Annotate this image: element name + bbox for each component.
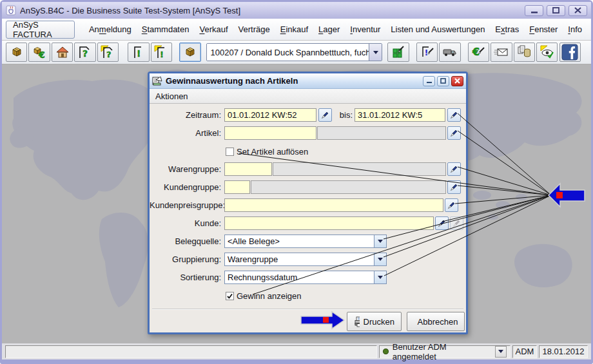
gewinn-checkbox[interactable]: [226, 292, 234, 300]
cube-active-icon: [182, 44, 198, 60]
svg-text:!: !: [160, 50, 164, 59]
new-article-button[interactable]: [387, 43, 409, 62]
zeitraum-label: Zeitraum:: [150, 108, 221, 122]
menu-item-einkauf[interactable]: Einkauf: [275, 21, 313, 38]
menu-item-inventur[interactable]: Inventur: [345, 21, 385, 38]
copy-database-icon: [516, 44, 532, 60]
current-article-button[interactable]: [179, 43, 200, 62]
chevron-down-icon: [373, 51, 378, 54]
invoice-button[interactable]: €: [468, 43, 489, 62]
menu-item-fenster[interactable]: Fenster: [524, 21, 563, 38]
minimize-button[interactable]: [525, 5, 543, 16]
menu-item-extras[interactable]: Extras: [490, 21, 524, 38]
euro-edit-icon: €: [471, 44, 486, 60]
belegquelle-dropdown-arrow[interactable]: [374, 235, 386, 247]
kundenpreisgruppe-input[interactable]: [224, 198, 443, 212]
drucken-button[interactable]: Drucken: [347, 312, 402, 331]
app-module-label: AnSyS FACTURA: [9, 21, 75, 39]
artikel-label: Artikel:: [150, 126, 221, 140]
menu-item-info[interactable]: Info: [563, 21, 587, 38]
articles-button[interactable]: [6, 43, 27, 62]
home-button[interactable]: [52, 43, 73, 62]
cube-icon: [9, 44, 24, 60]
record-combobox[interactable]: 100207 / Donald Duck Spannbetttuch, fuch…: [206, 43, 383, 61]
app-module-button[interactable]: AnSyS FACTURA: [6, 21, 75, 39]
record-combobox-arrow[interactable]: [369, 44, 382, 61]
gruppierung-dropdown-arrow[interactable]: [374, 253, 386, 265]
kundengruppe-description-field: [251, 180, 446, 194]
checkmark-icon: [226, 292, 233, 300]
open-task-button[interactable]: !: [128, 43, 149, 62]
truck-icon: [442, 44, 458, 60]
preview-button[interactable]: [536, 43, 558, 62]
gruppierung-row: Gruppierung: Warengruppe: [150, 253, 466, 266]
zeitraum-bis-input[interactable]: [355, 108, 445, 122]
facebook-button[interactable]: [559, 43, 581, 62]
warengruppe-picker-button[interactable]: [447, 162, 461, 176]
zeitraum-bis-picker-button[interactable]: [447, 108, 461, 122]
menu-aktionen[interactable]: Aktionen: [155, 91, 188, 101]
new-question-button[interactable]: ?: [97, 43, 119, 62]
new-task-button[interactable]: !: [151, 43, 172, 62]
chevron-down-icon: [378, 258, 383, 261]
send-mail-button[interactable]: [491, 43, 512, 62]
menu-item-stammdaten[interactable]: Stammdaten: [137, 21, 195, 38]
sortierung-dropdown-arrow[interactable]: [374, 271, 386, 283]
copy-data-button[interactable]: [514, 43, 535, 62]
menu-item-anmeldung[interactable]: Anmeldung: [84, 21, 137, 38]
report-print-icon: [152, 76, 162, 86]
online-status-icon: [383, 349, 389, 354]
close-icon: [454, 78, 460, 84]
gruppierung-dropdown[interactable]: Warengruppe: [224, 253, 387, 266]
prices-button[interactable]: €: [28, 43, 50, 62]
kunde-secondary-button-disabled: [450, 216, 463, 230]
set-artikel-checkbox[interactable]: [226, 148, 234, 156]
menu-item-lager[interactable]: Lager: [313, 21, 345, 38]
kundengruppe-picker-button[interactable]: [447, 180, 461, 194]
kundenpreisgruppe-picker-button[interactable]: [445, 198, 458, 212]
edit-task-button[interactable]: !: [416, 43, 438, 62]
dialog-minimize-button[interactable]: [423, 76, 435, 86]
open-question-button[interactable]: ?: [74, 43, 95, 62]
status-user-code: ADM: [516, 347, 534, 356]
menu-item-vertr-ge[interactable]: Verträge: [233, 21, 275, 38]
warengruppe-input[interactable]: [224, 162, 272, 176]
dialog-maximize-button[interactable]: [437, 76, 449, 86]
kunde-picker-button[interactable]: [435, 216, 449, 230]
maximize-button[interactable]: [547, 5, 565, 16]
menu-item-listen-und-auswertungen[interactable]: Listen und Auswertungen: [385, 21, 490, 38]
pen-picker-icon: [450, 129, 458, 137]
status-user-text: Benutzer ADM angemeldet: [393, 342, 491, 361]
status-date-panel: 18.01.2012: [539, 345, 588, 358]
dialog-titlebar: Gewinnauswertung nach Artikeln: [150, 73, 466, 89]
exclamation-edit-icon: !: [420, 44, 435, 60]
status-user-dropdown[interactable]: [495, 346, 507, 358]
chevron-down-icon: [498, 350, 503, 353]
facebook-icon: [561, 44, 578, 61]
dialog-close-button[interactable]: [451, 76, 463, 86]
pen-picker-icon: [321, 111, 329, 119]
set-artikel-label: Set Artikel auflösen: [237, 147, 308, 157]
kundengruppe-input[interactable]: [224, 180, 250, 194]
maximize-icon: [440, 78, 446, 84]
abbrechen-button[interactable]: Abbrechen: [407, 312, 465, 331]
kunde-label: Kunde:: [150, 216, 221, 230]
menubar: AnSyS FACTURA AnmeldungStammdatenVerkauf…: [2, 19, 591, 41]
statusbar: Benutzer ADM angemeldet ADM 18.01.2012: [2, 343, 591, 359]
menu-item-verkauf[interactable]: Verkauf: [194, 21, 233, 38]
svg-text:€: €: [38, 50, 45, 60]
sortierung-row: Sortierung: Rechnungssdatum: [150, 271, 466, 284]
sortierung-dropdown[interactable]: Rechnungssdatum: [224, 271, 387, 284]
kunde-input[interactable]: [224, 216, 434, 230]
exclamation-icon: !: [131, 44, 146, 60]
artikel-picker-button[interactable]: [447, 126, 461, 140]
svg-text:!: !: [137, 48, 141, 59]
eye-check-icon: [540, 44, 555, 60]
gewinn-label: Gewinn anzeigen: [237, 291, 301, 301]
shipping-button[interactable]: [439, 43, 460, 62]
close-button[interactable]: [569, 5, 587, 16]
belegquelle-dropdown[interactable]: <Alle Belege>: [224, 235, 387, 248]
zeitraum-von-input[interactable]: [224, 108, 316, 122]
sortierung-value: Rechnungssdatum: [225, 271, 374, 283]
artikel-input[interactable]: [224, 126, 316, 140]
